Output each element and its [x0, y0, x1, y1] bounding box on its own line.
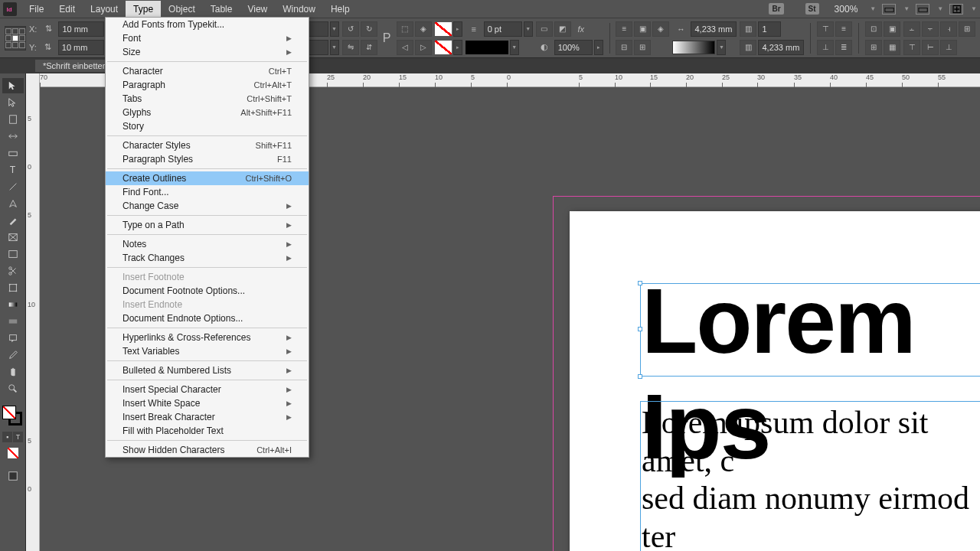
wrap-column-button[interactable]: ⊞: [634, 40, 651, 55]
zoom-dropdown-icon[interactable]: ▼: [870, 5, 876, 12]
dropdown-icon[interactable]: ▼: [330, 21, 339, 37]
dropdown-icon[interactable]: ▸: [453, 21, 462, 37]
stock-badge[interactable]: St: [805, 3, 819, 15]
dropdown-icon[interactable]: ▼: [524, 21, 533, 37]
selection-tool[interactable]: [2, 78, 24, 93]
center-content-button[interactable]: ⊞: [865, 40, 882, 55]
view-mode-1-icon[interactable]: ▭: [882, 4, 896, 15]
columns-input[interactable]: [758, 21, 781, 37]
wrap-jump-button[interactable]: ⊟: [616, 40, 632, 55]
menu-item-story[interactable]: Story: [106, 119, 309, 133]
menu-item-bulleted-numbered-lists[interactable]: Bulleted & Numbered Lists▶: [106, 364, 309, 377]
stroke-weight-input[interactable]: [484, 21, 522, 37]
dropdown-icon[interactable]: ▸: [594, 40, 603, 55]
select-container-button[interactable]: ⬚: [397, 21, 413, 37]
line-tool[interactable]: [2, 179, 24, 194]
chevron-down-icon[interactable]: ▼: [971, 5, 977, 12]
bridge-badge[interactable]: Br: [769, 3, 783, 15]
rotate-cw-button[interactable]: ↻: [361, 21, 377, 37]
menu-item-type-on-a-path[interactable]: Type on a Path▶: [106, 218, 309, 232]
width-input[interactable]: [691, 21, 737, 37]
effects-button[interactable]: ▭: [536, 21, 553, 37]
direct-selection-tool[interactable]: [2, 95, 24, 110]
stepper-icon[interactable]: ⇅: [40, 39, 57, 56]
wrap-shape-button[interactable]: ◈: [652, 21, 669, 37]
rectangle-frame-tool[interactable]: [2, 230, 24, 245]
chevron-down-icon[interactable]: ▼: [937, 5, 943, 12]
align-bottom-edge-button[interactable]: ⊥: [940, 40, 957, 55]
apply-none-button[interactable]: [2, 445, 24, 461]
align-vcenter-button[interactable]: ⊢: [922, 40, 939, 55]
wrap-none-button[interactable]: ≡: [616, 21, 632, 37]
menu-item-insert-break-character[interactable]: Insert Break Character▶: [106, 410, 309, 424]
menu-item-document-footnote-options[interactable]: Document Footnote Options...: [106, 284, 309, 298]
menu-item-find-font[interactable]: Find Font...: [106, 185, 309, 199]
align-center-button[interactable]: ⫟: [922, 21, 939, 37]
dropdown-icon[interactable]: ▼: [510, 40, 519, 55]
wrap-bbox-button[interactable]: ▣: [634, 21, 651, 37]
page-tool[interactable]: [2, 112, 24, 127]
menu-item-insert-white-space[interactable]: Insert White Space▶: [106, 396, 309, 410]
eyedropper-tool[interactable]: [2, 347, 24, 363]
menu-item-fill-with-placeholder-text[interactable]: Fill with Placeholder Text: [106, 424, 309, 438]
content-collector-tool[interactable]: [2, 145, 24, 161]
menu-item-add-fonts-from-typekit[interactable]: Add Fonts from Typekit...: [106, 18, 309, 31]
menu-item-document-endnote-options[interactable]: Document Endnote Options...: [106, 311, 309, 325]
x-input[interactable]: [58, 21, 104, 37]
next-object-button[interactable]: ▷: [415, 40, 432, 55]
apply-color-button[interactable]: ▪: [2, 432, 12, 442]
menu-item-show-hidden-characters[interactable]: Show Hidden CharactersCtrl+Alt+I: [106, 443, 309, 457]
hand-tool[interactable]: [2, 364, 24, 380]
zoom-level[interactable]: 300%: [830, 2, 863, 16]
fill-swatch[interactable]: [435, 22, 452, 36]
type-tool[interactable]: T: [2, 162, 24, 178]
menu-item-notes[interactable]: Notes▶: [106, 237, 309, 251]
gradient-feather-tool[interactable]: [2, 314, 24, 329]
dropdown-icon[interactable]: ▼: [330, 40, 339, 55]
gradient-swatch-tool[interactable]: [2, 297, 24, 312]
menu-item-character[interactable]: CharacterCtrl+T: [106, 64, 309, 78]
free-transform-tool[interactable]: [2, 280, 24, 295]
view-mode-3-icon[interactable]: ⊞: [949, 4, 963, 15]
stepper-icon[interactable]: ⇅: [40, 21, 57, 37]
prev-object-button[interactable]: ◁: [397, 40, 413, 55]
align-right-button[interactable]: ⫞: [940, 21, 957, 37]
menu-item-track-changes[interactable]: Track Changes▶: [106, 251, 309, 265]
flip-v-button[interactable]: ⇵: [361, 40, 377, 55]
menu-edit[interactable]: Edit: [51, 1, 83, 18]
justify-button[interactable]: ≣: [835, 40, 852, 55]
distribute-button[interactable]: ⊞: [959, 21, 975, 37]
menu-file[interactable]: File: [21, 1, 51, 18]
apply-text-button[interactable]: T: [13, 432, 23, 442]
menu-type[interactable]: Type: [126, 1, 161, 18]
rectangle-tool[interactable]: [2, 246, 24, 262]
dropdown-icon[interactable]: ▼: [717, 40, 726, 55]
note-tool[interactable]: [2, 331, 24, 346]
menu-item-font[interactable]: Font▶: [106, 31, 309, 45]
gap-tool[interactable]: [2, 129, 24, 144]
height-input[interactable]: [758, 40, 804, 55]
menu-item-tabs[interactable]: TabsCtrl+Shift+T: [106, 92, 309, 106]
view-mode-button[interactable]: [2, 468, 24, 484]
rotate-ccw-button[interactable]: ↺: [342, 21, 359, 37]
menu-layout[interactable]: Layout: [83, 1, 126, 18]
paragraph-icon[interactable]: P: [381, 30, 394, 47]
menu-item-hyperlinks-cross-references[interactable]: Hyperlinks & Cross-References▶: [106, 331, 309, 344]
menu-table[interactable]: Table: [203, 1, 240, 18]
drop-shadow-button[interactable]: ◩: [554, 21, 571, 37]
fill-frame-button[interactable]: ▦: [884, 40, 900, 55]
menu-item-paragraph-styles[interactable]: Paragraph StylesF11: [106, 152, 309, 166]
scissors-tool[interactable]: [2, 263, 24, 279]
menu-item-glyphs[interactable]: GlyphsAlt+Shift+F11: [106, 106, 309, 119]
menu-view[interactable]: View: [240, 1, 275, 18]
menu-item-paragraph[interactable]: ParagraphCtrl+Alt+T: [106, 78, 309, 92]
zoom-tool[interactable]: [2, 381, 24, 396]
fx-icon[interactable]: fx: [573, 21, 590, 37]
align-top-edge-button[interactable]: ⊤: [903, 40, 920, 55]
fit-frame-button[interactable]: ▣: [884, 21, 900, 37]
menu-item-character-styles[interactable]: Character StylesShift+F11: [106, 139, 309, 152]
vertical-ruler[interactable]: 5051050: [26, 87, 40, 551]
align-bottom-button[interactable]: ⊥: [817, 40, 834, 55]
stroke-style-swatch[interactable]: [466, 41, 508, 54]
menu-item-change-case[interactable]: Change Case▶: [106, 199, 309, 213]
